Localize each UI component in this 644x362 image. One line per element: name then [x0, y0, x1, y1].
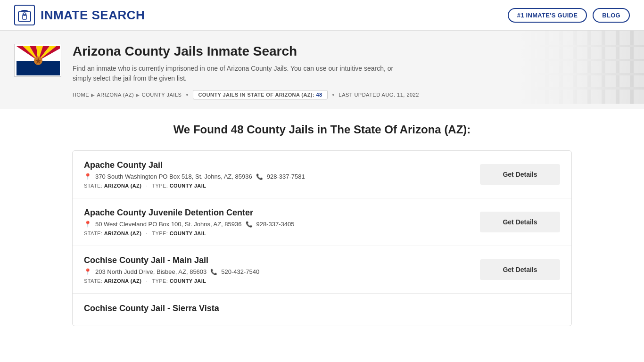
- jail-type: COUNTY JAIL: [170, 183, 206, 189]
- svg-point-2: [23, 13, 26, 16]
- jail-meta: STATE: ARIZONA (AZ) · TYPE: COUNTY JAIL: [84, 278, 480, 284]
- jail-info: Apache County Juvenile Detention Center …: [84, 208, 480, 236]
- state-flag: [14, 44, 61, 77]
- jail-name: Apache County Jail: [84, 160, 480, 170]
- pin-icon: [84, 221, 91, 228]
- badge-text: COUNTY JAILS IN STATE OF ARIZONA (AZ):: [198, 92, 314, 98]
- get-details-button[interactable]: Get Details: [480, 259, 560, 280]
- hero-section: Arizona County Jails Inmate Search Find …: [0, 31, 644, 109]
- jail-name: Cochise County Jail - Sierra Vista: [84, 304, 560, 313]
- main-content: We Found 48 County Jails in The State Of…: [63, 109, 581, 340]
- jail-state: ARIZONA (AZ): [104, 278, 142, 284]
- page-title: Arizona County Jails Inmate Search: [73, 44, 419, 59]
- pin-icon: [84, 173, 91, 180]
- get-details-button[interactable]: Get Details: [480, 164, 560, 185]
- jail-name: Apache County Juvenile Detention Center: [84, 208, 480, 218]
- page-description: Find an inmate who is currently imprison…: [73, 64, 403, 83]
- breadcrumb-separator-2: [332, 94, 334, 96]
- jail-type: COUNTY JAIL: [170, 278, 206, 284]
- jail-phone: 928-337-3405: [256, 221, 295, 228]
- breadcrumb-badge: COUNTY JAILS IN STATE OF ARIZONA (AZ): 4…: [193, 90, 327, 99]
- breadcrumb-arizona[interactable]: ARIZONA (AZ): [97, 92, 134, 98]
- jail-state: ARIZONA (AZ): [104, 183, 142, 189]
- breadcrumb: HOME ▶ ARIZONA (AZ) ▶ COUNTY JAILS COUNT…: [73, 90, 419, 99]
- pin-icon: [84, 268, 91, 275]
- breadcrumb-separator: [186, 94, 188, 96]
- site-title: INMATE SEARCH: [41, 8, 145, 23]
- jail-address-text: 203 North Judd Drive, Bisbee, AZ, 85603: [95, 268, 206, 275]
- site-logo[interactable]: INMATE SEARCH: [14, 5, 145, 25]
- jail-item-partial: Cochise County Jail - Sierra Vista: [73, 294, 571, 326]
- last-updated: LAST UPDATED AUG. 11, 2022: [339, 92, 419, 98]
- breadcrumb-home[interactable]: HOME: [73, 92, 89, 98]
- jail-meta: STATE: ARIZONA (AZ) · TYPE: COUNTY JAIL: [84, 230, 480, 236]
- svg-rect-16: [521, 31, 644, 104]
- jail-item: Cochise County Jail - Main Jail 203 Nort…: [73, 246, 571, 294]
- jail-type: COUNTY JAIL: [170, 230, 206, 236]
- logo-icon: [14, 5, 35, 25]
- phone-icon: [246, 221, 253, 228]
- jail-list: Apache County Jail 370 South Washington …: [72, 150, 572, 326]
- section-title: We Found 48 County Jails in The State Of…: [72, 123, 572, 136]
- jail-phone: 928-337-7581: [267, 173, 305, 180]
- breadcrumb-county-jails[interactable]: COUNTY JAILS: [142, 92, 182, 98]
- inmates-guide-button[interactable]: #1 INMATE'S GUIDE: [508, 8, 587, 23]
- jail-name: Cochise County Jail - Main Jail: [84, 255, 480, 265]
- jail-state: ARIZONA (AZ): [104, 230, 142, 236]
- phone-icon: [210, 268, 217, 275]
- jail-address: 370 South Washington PO Box 518, St. Joh…: [84, 173, 480, 180]
- breadcrumb-arrow-2: ▶: [136, 92, 140, 98]
- breadcrumb-arrow-1: ▶: [91, 92, 95, 98]
- svg-rect-0: [18, 12, 31, 21]
- jail-item: Apache County Jail 370 South Washington …: [73, 151, 571, 198]
- phone-icon: [256, 173, 263, 180]
- jail-count: 48: [316, 92, 322, 98]
- jail-address-text: 370 South Washington PO Box 518, St. Joh…: [95, 173, 252, 180]
- jail-item: Apache County Juvenile Detention Center …: [73, 198, 571, 246]
- jail-meta: STATE: ARIZONA (AZ) · TYPE: COUNTY JAIL: [84, 183, 480, 189]
- blog-button[interactable]: BLOG: [593, 8, 630, 23]
- site-header: INMATE SEARCH #1 INMATE'S GUIDE BLOG: [0, 0, 644, 31]
- jail-phone: 520-432-7540: [221, 268, 259, 275]
- jail-info: Apache County Jail 370 South Washington …: [84, 160, 480, 189]
- jail-address: 50 West Cleveland PO Box 100, St. Johns,…: [84, 221, 480, 228]
- hero-content: Arizona County Jails Inmate Search Find …: [14, 40, 438, 99]
- jail-address: 203 North Judd Drive, Bisbee, AZ, 85603 …: [84, 268, 480, 275]
- header-nav: #1 INMATE'S GUIDE BLOG: [508, 8, 630, 23]
- hero-text: Arizona County Jails Inmate Search Find …: [73, 40, 419, 99]
- jail-address-text: 50 West Cleveland PO Box 100, St. Johns,…: [95, 221, 242, 228]
- jail-info: Cochise County Jail - Main Jail 203 Nort…: [84, 255, 480, 284]
- get-details-button[interactable]: Get Details: [480, 212, 560, 232]
